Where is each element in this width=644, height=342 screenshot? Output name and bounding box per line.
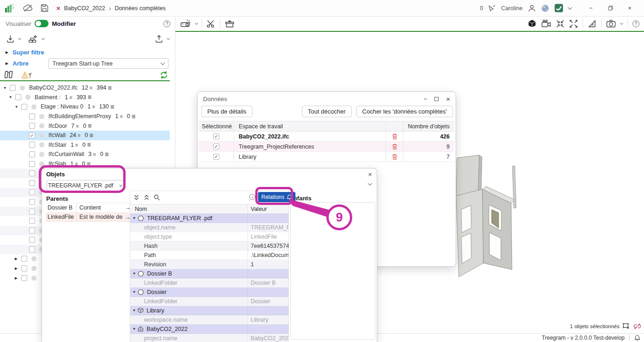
expand-icon[interactable]: ▶ — [15, 266, 21, 270]
objets-collapse-chevron-icon[interactable] — [368, 181, 373, 186]
property-row[interactable]: Revision 1 — [130, 260, 289, 269]
dialog-close-icon[interactable]: × — [446, 95, 450, 103]
visibility-dot-icon[interactable] — [25, 95, 30, 100]
checkbox[interactable] — [29, 123, 35, 129]
camera-chevron-icon[interactable] — [620, 21, 623, 24]
visibility-dot-icon[interactable] — [39, 133, 44, 138]
check-complete-button[interactable]: Cocher les 'données complètes' — [356, 106, 453, 117]
group-collapse-icon[interactable]: ▼ — [132, 271, 136, 276]
breadcrumb-project[interactable]: BabyCO2_2022 — [64, 5, 105, 12]
checkbox-checked[interactable]: ✓ — [213, 144, 219, 150]
search-icon[interactable] — [154, 194, 160, 201]
projector-icon[interactable] — [180, 19, 191, 28]
workspace-row[interactable]: ✓ Treegram_ProjectReferences 9 — [199, 142, 454, 152]
selection-box-icon[interactable] — [623, 323, 630, 330]
property-row[interactable]: project.name BabyCO2_2022 — [130, 334, 289, 342]
checkbox[interactable] — [21, 265, 27, 271]
checkbox[interactable] — [29, 228, 35, 234]
checkbox-checked[interactable]: ✓ — [213, 154, 219, 160]
uncheck-all-button[interactable]: Tout décocher — [302, 106, 352, 117]
visibility-dot-icon[interactable] — [39, 114, 44, 119]
visibility-dot-icon[interactable] — [20, 85, 25, 90]
tree-expand-icon[interactable]: ▶ — [6, 61, 8, 66]
export-icon[interactable] — [154, 35, 164, 43]
scissors-icon[interactable] — [206, 19, 216, 28]
user-name[interactable]: Caroline — [501, 5, 523, 12]
trash-icon[interactable] — [391, 143, 398, 150]
group-collapse-icon[interactable]: ▼ — [132, 308, 136, 312]
property-row[interactable]: object.name TREEGRAM_FLY — [130, 223, 289, 232]
trash-icon[interactable] — [391, 153, 398, 160]
tree-row[interactable]: IfcDoor 7≡ 0≣ — [0, 121, 170, 131]
visibility-dot-icon[interactable] — [39, 162, 44, 167]
visibility-dot-icon[interactable] — [39, 152, 44, 157]
close-project-icon[interactable]: × — [56, 4, 60, 12]
user-icon[interactable] — [528, 4, 536, 12]
property-group-row[interactable]: ▼ BabyCO2_2022 — [130, 324, 289, 334]
checkbox[interactable] — [29, 237, 35, 243]
visibility-dot-icon[interactable] — [31, 256, 36, 261]
save-icon[interactable] — [41, 4, 48, 12]
checkbox[interactable] — [29, 189, 35, 195]
checkbox[interactable] — [29, 218, 35, 224]
expand-all-icon[interactable] — [144, 194, 150, 201]
property-row[interactable]: LinkedFolder Dossier — [130, 297, 289, 306]
visibility-dot-icon[interactable] — [39, 142, 44, 147]
objets-close-icon[interactable]: × — [368, 170, 372, 178]
property-row[interactable]: workspace.name Library — [130, 315, 289, 324]
camera-icon[interactable] — [606, 19, 616, 28]
checkbox[interactable] — [29, 180, 35, 186]
expand-icon[interactable]: ▶ — [15, 257, 21, 261]
details-button[interactable]: Plus de détails — [201, 106, 253, 117]
tree-row[interactable]: IfcSlab 1≡ 0≣ — [0, 159, 170, 169]
import-icon[interactable] — [6, 35, 15, 43]
tree-row[interactable]: IfcCurtainWall 3≡ 0≣ — [0, 150, 170, 159]
info-icon[interactable]: i — [249, 194, 255, 200]
checkbox[interactable] — [10, 85, 16, 91]
cube-icon[interactable] — [528, 19, 536, 28]
property-row[interactable]: LinkedFolder Dossier B — [130, 278, 289, 288]
tree-select[interactable]: Treegram Start-up Tree — [48, 58, 169, 69]
notifications-bell-icon[interactable] — [634, 335, 640, 341]
dialog-minimize-icon[interactable]: − — [424, 96, 427, 102]
parent-row[interactable]: LinkedFile Est le modèle de → — [46, 213, 132, 222]
visibility-dot-icon[interactable] — [31, 104, 36, 109]
pointer-pen-icon[interactable] — [488, 5, 496, 12]
close-window-button[interactable]: × — [620, 5, 639, 12]
treegram-badge-icon[interactable] — [554, 4, 563, 12]
merge-chevron-icon[interactable] — [42, 36, 45, 40]
visibility-dot-icon[interactable] — [31, 266, 36, 271]
viewport-help-icon[interactable]: ? — [632, 20, 639, 27]
minimize-button[interactable]: − — [581, 5, 601, 12]
trash-icon[interactable] — [391, 133, 398, 140]
property-row[interactable]: object.type LinkedFile — [130, 232, 289, 241]
refresh-icon[interactable] — [159, 71, 169, 79]
checkbox[interactable] — [21, 104, 27, 110]
unlink-icon[interactable] — [633, 323, 641, 330]
projector-chevron-icon[interactable] — [195, 21, 198, 24]
tree-row[interactable]: ▼ BabyCO2_2022.ifc 12≡ 394≣ — [0, 83, 170, 93]
workspace-row[interactable]: ✓ Library 7 — [199, 152, 454, 162]
tree-row[interactable]: ▼ Batiment : 1≡ 393≣ — [0, 93, 170, 102]
tree-row[interactable]: IfcStair 1≡ 0≣ — [0, 140, 170, 150]
checkbox[interactable] — [21, 275, 27, 281]
building-model-3d[interactable] — [455, 153, 533, 287]
property-group-row[interactable]: ▼ Dossier — [130, 288, 289, 297]
tree-row[interactable]: IfcBuildingElementProxy 1≡ 0≣ — [0, 112, 170, 121]
checkbox[interactable] — [29, 209, 35, 215]
collapse-view-icon[interactable] — [556, 19, 565, 28]
checkbox[interactable] — [29, 199, 35, 205]
property-group-row[interactable]: ▼ Dossier B — [130, 269, 289, 278]
checkbox[interactable] — [29, 151, 35, 157]
group-collapse-icon[interactable]: ▼ — [132, 327, 136, 331]
mode-toggle[interactable] — [35, 20, 48, 27]
dialog-maximize-icon[interactable] — [434, 97, 439, 101]
visibility-dot-icon[interactable] — [31, 276, 36, 281]
collapse-icon[interactable]: ▼ — [9, 95, 15, 99]
import-chevron-icon[interactable] — [18, 36, 21, 40]
checkbox[interactable] — [29, 170, 35, 176]
export-chevron-icon[interactable] — [167, 36, 170, 40]
collapse-icon[interactable]: ▼ — [15, 105, 21, 109]
workspace-row[interactable]: ✓ BabyCO2_2022.ifc 426 — [199, 132, 454, 142]
tree-row[interactable]: ▼ Etage : Niveau 0 1≡ 130≣ — [0, 102, 170, 112]
